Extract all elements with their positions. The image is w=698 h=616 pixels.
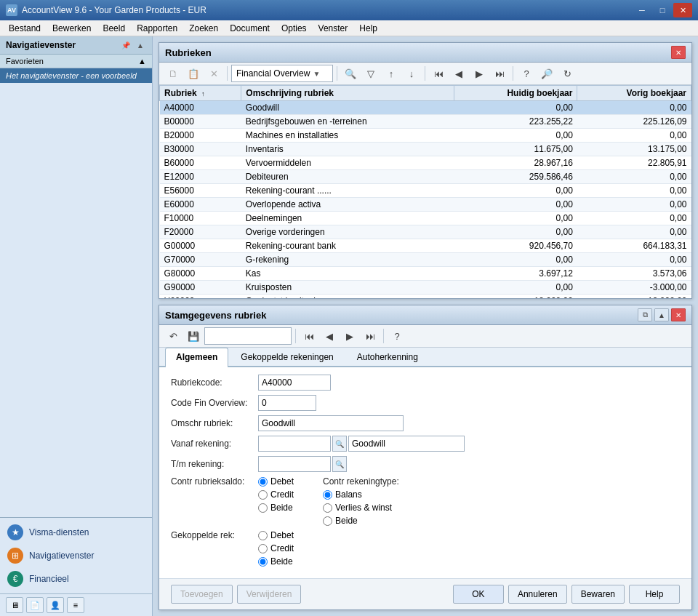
tab-algemeen[interactable]: Algemeen [165,348,228,367]
sidebar-pin-icon[interactable]: 📌 [120,39,132,51]
radio-gekoppelde-credit[interactable]: Credit [258,543,294,553]
radio-verlies[interactable]: Verlies & winst [323,503,399,513]
stam-prev-icon[interactable]: ◀ [320,327,339,345]
table-row[interactable]: B30000 Inventaris 11.675,00 13.175,00 [160,143,691,156]
menu-document[interactable]: Document [224,22,276,35]
financial-overview-dropdown[interactable]: Financial Overview ▼ [231,65,333,82]
close-button[interactable]: ✕ [673,3,692,17]
table-row[interactable]: E56000 Rekening-courant ...... 0,00 0,00 [160,184,691,198]
sidebar-tool-doc[interactable]: 📄 [26,597,44,613]
tb-prev-icon[interactable]: ◀ [449,65,468,82]
tm-search-button[interactable]: 🔍 [332,456,347,472]
radio-gekoppelde-beide[interactable]: Beide [258,556,294,567]
col-omschrijving[interactable]: Omschrijving rubriek [241,86,454,101]
sidebar-item-navigatie[interactable]: ⊞ Navigatievenster [0,544,152,567]
table-row[interactable]: F10000 Deelnemingen 0,00 0,00 [160,212,691,225]
sidebar-tool-screen[interactable]: 🖥 [6,597,23,613]
radio-debet-input[interactable] [258,477,268,487]
sidebar-nav-item[interactable]: Het navigatievenster - een voorbeeld [0,68,152,83]
radio-balans[interactable]: Balans [323,489,399,500]
vanaf-name-input[interactable] [348,436,465,452]
sidebar-item-financieel[interactable]: € Financieel [0,567,152,591]
code-fin-input[interactable] [258,395,316,411]
sidebar-favorites[interactable]: Favorieten ▲ [0,55,152,68]
table-row[interactable]: H00000 Geplaatst kapitaal -18.000,00 -18… [160,295,691,299]
radio-gek-beide-input[interactable] [258,557,268,567]
table-row[interactable]: G70000 G-rekening 0,00 0,00 [160,253,691,267]
tb-copy-icon[interactable]: 📋 [184,65,203,82]
radio-rekeningtype-beide-input[interactable] [323,516,332,526]
stam-last-icon[interactable]: ⏭ [361,327,380,345]
radio-rubrieksaldo-debet[interactable]: Debet [258,476,294,487]
sidebar-tool-user[interactable]: 👤 [47,597,64,613]
radio-beide-input[interactable] [258,503,268,513]
help-button[interactable]: Help [629,585,680,604]
stam-first-icon[interactable]: ⏮ [300,327,318,345]
radio-gek-credit-input[interactable] [258,544,268,553]
table-row[interactable]: E12000 Debiteuren 259.586,46 0,00 [160,170,691,184]
table-row[interactable]: G80000 Kas 3.697,12 3.573,06 [160,267,691,281]
radio-rekeningtype-beide[interactable]: Beide [323,516,399,526]
stam-next-icon[interactable]: ▶ [340,327,359,345]
stam-tile-button[interactable]: ⧉ [638,308,652,321]
sidebar-item-visma[interactable]: ★ Visma-diensten [0,521,152,544]
radio-verlies-input[interactable] [323,503,332,513]
tb-last-icon[interactable]: ⏭ [490,65,509,82]
tb-first-icon[interactable]: ⏮ [429,65,448,82]
menu-zoeken[interactable]: Zoeken [183,22,224,35]
menu-help[interactable]: Help [353,22,383,35]
bewaren-button[interactable]: Bewaren [571,585,625,604]
table-row[interactable]: B00000 Bedrijfsgebouwen en -terreinen 22… [160,115,691,129]
table-row[interactable]: B20000 Machines en installaties 0,00 0,0… [160,129,691,143]
tab-autoherkenning[interactable]: Autoherkenning [346,348,429,366]
menu-bewerken[interactable]: Bewerken [47,22,97,35]
tb-delete-icon[interactable]: ✕ [204,65,223,82]
sidebar-collapse-icon[interactable]: ▲ [135,39,146,51]
tb-refresh-icon[interactable]: ↻ [558,65,577,82]
rubrieken-table-container[interactable]: Rubriek ↑ Omschrijving rubriek Huidig bo… [159,85,691,298]
stam-close-button[interactable]: ✕ [671,308,686,321]
menu-opties[interactable]: Opties [276,22,313,35]
omschr-input[interactable] [258,415,404,431]
rubriekcode-input[interactable] [258,375,331,391]
menu-bestand[interactable]: Bestand [3,22,47,35]
tb-new-icon[interactable]: 🗋 [164,65,182,82]
radio-credit-input[interactable] [258,490,268,500]
annuleren-button[interactable]: Annuleren [508,585,567,604]
vanaf-search-button[interactable]: 🔍 [332,436,347,452]
radio-rubrieksaldo-credit[interactable]: Credit [258,489,294,500]
col-huidig[interactable]: Huidig boekjaar [454,86,577,101]
tb-sort-up-icon[interactable]: ↑ [382,65,401,82]
tb-next-icon[interactable]: ▶ [470,65,489,82]
tb-filter2-icon[interactable]: 🔎 [537,65,556,82]
table-row[interactable]: F20000 Overige vorderingen 0,00 0,00 [160,225,691,239]
tb-search-icon[interactable]: 🔍 [341,65,360,82]
stam-up-button[interactable]: ▲ [654,308,669,321]
table-row[interactable]: G90000 Kruisposten 0,00 -3.000,00 [160,281,691,295]
stam-save-icon[interactable]: 💾 [184,327,203,345]
toevoegen-button[interactable]: Toevoegen [171,585,233,604]
table-row[interactable]: G00000 Rekening-courant bank 920.456,70 … [160,239,691,253]
menu-beeld[interactable]: Beeld [97,22,131,35]
tab-gekoppeld[interactable]: Gekoppelde rekeningen [230,348,344,366]
stam-undo-icon[interactable]: ↶ [164,327,182,345]
col-rubriek[interactable]: Rubriek ↑ [160,86,241,101]
sidebar-tool-menu[interactable]: ≡ [67,597,84,613]
radio-gek-debet-input[interactable] [258,531,268,540]
stam-help-icon[interactable]: ? [388,327,406,345]
col-vorig[interactable]: Vorig boekjaar [577,86,691,101]
stam-record-dropdown[interactable] [204,327,292,345]
tb-sort-down-icon[interactable]: ↓ [402,65,421,82]
vanaf-input[interactable] [258,436,331,452]
maximize-button[interactable]: □ [653,3,672,17]
table-row[interactable]: B60000 Vervoermiddelen 28.967,16 22.805,… [160,156,691,170]
table-row[interactable]: E60000 Overlopende activa 0,00 0,00 [160,198,691,212]
radio-rubrieksaldo-beide[interactable]: Beide [258,503,294,513]
tm-input[interactable] [258,456,331,472]
verwijderen-button[interactable]: Verwijderen [237,585,302,604]
minimize-button[interactable]: ─ [633,3,651,17]
menu-venster[interactable]: Venster [313,22,354,35]
radio-balans-input[interactable] [323,490,332,500]
radio-gekoppelde-debet[interactable]: Debet [258,530,294,540]
ok-button[interactable]: OK [453,585,504,604]
